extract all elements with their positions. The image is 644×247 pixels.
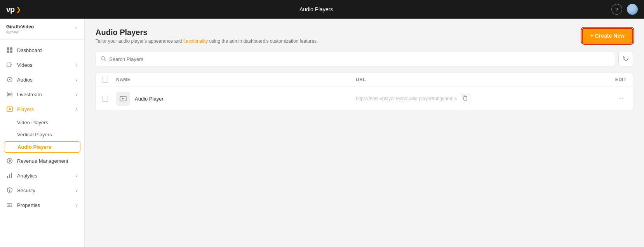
create-new-button[interactable]: + Create New: [582, 28, 633, 43]
svg-rect-14: [11, 173, 12, 178]
svg-rect-12: [7, 176, 8, 178]
sidebar-label-security: Security: [17, 188, 71, 193]
page-title-group: Audio Players Tailor your audio player's…: [96, 28, 318, 44]
search-input[interactable]: [109, 56, 610, 62]
sidebar-label-revenue: Revenue Management: [17, 158, 78, 164]
sidebar: GiraffeVideo agency ⌃ Dashboard: [0, 19, 85, 247]
help-icon: ?: [615, 7, 618, 12]
column-header-url: URL: [356, 77, 595, 83]
sidebar-item-players[interactable]: Players ∧: [0, 102, 84, 117]
svg-point-10: [9, 108, 11, 110]
main-content: Audio Players Tailor your audio player's…: [85, 19, 644, 247]
avatar-image: [627, 4, 638, 15]
layout: GiraffeVideo agency ⌃ Dashboard: [0, 19, 644, 247]
dashboard-icon: [6, 47, 13, 54]
security-chevron-icon: ∨: [75, 188, 78, 193]
copy-url-button[interactable]: [460, 94, 470, 103]
audios-icon: [6, 76, 13, 83]
svg-rect-0: [7, 47, 9, 50]
sidebar-item-audios[interactable]: Audios ∨: [0, 72, 84, 87]
audio-players-label: Audio Players: [17, 144, 51, 150]
topbar: vp ❯ Audio Players ?: [0, 0, 644, 19]
header-checkbox-cell: [102, 77, 116, 83]
players-chevron-icon: ∧: [75, 107, 78, 112]
sidebar-item-livestream[interactable]: Livestream ∨: [0, 87, 84, 102]
select-all-checkbox[interactable]: [102, 77, 108, 83]
analytics-chevron-icon: ∨: [75, 173, 78, 178]
videos-icon: [6, 61, 13, 68]
refresh-icon: [623, 56, 629, 63]
videos-chevron-icon: ∨: [75, 63, 78, 68]
sidebar-item-audio-players[interactable]: Audio Players: [4, 141, 80, 153]
sidebar-item-videos[interactable]: Videos ∨: [0, 57, 84, 72]
svg-point-18: [11, 205, 12, 206]
svg-point-17: [9, 205, 10, 206]
topbar-center-label: Audio Players: [299, 6, 333, 12]
sidebar-label-players: Players: [17, 106, 71, 112]
sidebar-label-videos: Videos: [17, 62, 71, 68]
subtitle-highlight: functionality: [183, 38, 208, 44]
column-header-name: Name: [116, 77, 356, 83]
sidebar-item-properties[interactable]: Properties ∨: [0, 198, 84, 212]
search-bar-row: [96, 52, 633, 66]
svg-rect-3: [10, 50, 12, 53]
svg-marker-5: [11, 64, 12, 66]
sidebar-item-dashboard[interactable]: Dashboard: [0, 43, 84, 57]
avatar[interactable]: [627, 4, 638, 15]
topbar-right: ?: [611, 4, 638, 15]
svg-point-7: [9, 79, 10, 80]
url-cell: https://host.vplayer.tech/audio-player/m…: [356, 94, 595, 103]
sidebar-label-dashboard: Dashboard: [17, 47, 78, 53]
player-thumbnail: [116, 92, 130, 106]
svg-rect-13: [9, 174, 10, 178]
sidebar-item-analytics[interactable]: Analytics ∨: [0, 168, 84, 183]
svg-point-15: [9, 190, 10, 191]
svg-rect-24: [464, 97, 467, 100]
sidebar-item-vertical-players[interactable]: Vertical Players: [0, 129, 84, 141]
players-subnav: Video Players Vertical Players Audio Pla…: [0, 117, 84, 153]
sidebar-label-analytics: Analytics: [17, 173, 71, 179]
workspace-name: GiraffeVideo: [6, 24, 74, 30]
revenue-icon: [6, 157, 13, 164]
sidebar-item-security[interactable]: Security ∨: [0, 183, 84, 198]
workspace-info: GiraffeVideo agency: [6, 24, 74, 34]
row-checkbox[interactable]: [102, 96, 108, 102]
help-button[interactable]: ?: [611, 4, 622, 15]
workspace-chevron-icon: ⌃: [74, 26, 78, 32]
audios-chevron-icon: ∨: [75, 77, 78, 82]
workspace-selector[interactable]: GiraffeVideo agency ⌃: [0, 19, 84, 40]
sidebar-label-properties: Properties: [17, 202, 71, 208]
logo: vp ❯: [6, 5, 21, 14]
player-name: Audio Player: [135, 96, 164, 102]
search-icon: [101, 56, 106, 63]
sidebar-item-video-players[interactable]: Video Players: [0, 117, 84, 129]
player-url: https://host.vplayer.tech/audio-player/m…: [356, 96, 457, 101]
players-table: Name URL Edit: [96, 73, 633, 111]
refresh-button[interactable]: [618, 52, 633, 66]
svg-rect-1: [10, 47, 12, 50]
video-players-label: Video Players: [17, 120, 48, 125]
table-row: Audio Player https://host.vplayer.tech/a…: [96, 87, 633, 111]
more-options-button[interactable]: ···: [615, 94, 627, 104]
svg-line-22: [104, 59, 106, 61]
player-cell: Audio Player: [116, 92, 356, 106]
workspace-sub: agency: [6, 30, 74, 34]
search-input-wrap: [96, 52, 615, 66]
page-title: Audio Players: [96, 28, 318, 37]
table-header: Name URL Edit: [96, 73, 633, 87]
sidebar-item-revenue[interactable]: Revenue Management: [0, 153, 84, 168]
properties-icon: [6, 202, 13, 209]
column-header-edit: Edit: [595, 77, 627, 83]
svg-point-16: [8, 205, 9, 206]
svg-rect-4: [7, 63, 11, 67]
sidebar-nav: Dashboard Videos ∨: [0, 40, 84, 216]
row-checkbox-cell: [102, 96, 116, 102]
vertical-players-label: Vertical Players: [17, 132, 52, 137]
edit-cell: ···: [595, 94, 627, 104]
logo-text: vp: [6, 5, 14, 14]
analytics-icon: [6, 172, 13, 179]
svg-rect-2: [7, 50, 9, 53]
security-icon: [6, 187, 13, 194]
page-header: Audio Players Tailor your audio player's…: [96, 28, 633, 44]
sidebar-label-livestream: Livestream: [17, 92, 71, 97]
